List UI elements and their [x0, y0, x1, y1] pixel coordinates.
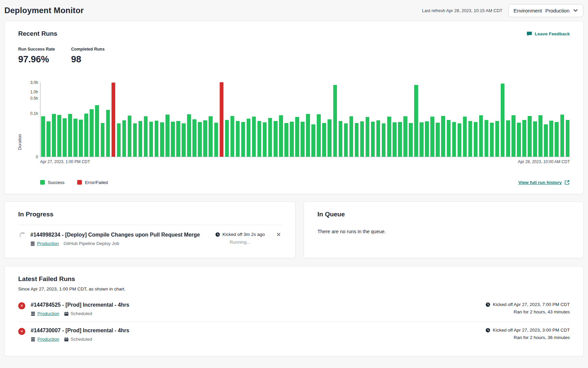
run-bar-success[interactable]	[284, 123, 288, 157]
run-bar-success[interactable]	[268, 118, 272, 157]
run-bar-success[interactable]	[430, 117, 434, 157]
run-bar-success[interactable]	[349, 116, 353, 157]
run-bar-success[interactable]	[452, 122, 456, 157]
run-bar-success[interactable]	[328, 119, 332, 157]
run-bar-success[interactable]	[317, 114, 321, 157]
run-bar-success[interactable]	[295, 117, 299, 157]
run-bar-failed[interactable]	[112, 83, 116, 157]
run-bar-success[interactable]	[290, 122, 294, 157]
run-bar-success[interactable]	[371, 122, 375, 157]
run-bar-success[interactable]	[506, 120, 510, 157]
run-bar-success[interactable]	[566, 120, 570, 157]
run-bar-success[interactable]	[73, 119, 78, 157]
run-bar-success[interactable]	[544, 124, 548, 157]
run-bar-success[interactable]	[192, 119, 196, 157]
run-bar-success[interactable]	[257, 121, 261, 157]
run-bar-success[interactable]	[214, 123, 218, 157]
run-bar-success[interactable]	[528, 116, 532, 157]
run-bar-success[interactable]	[79, 120, 83, 157]
run-bar-success[interactable]	[57, 115, 61, 157]
run-bar-success[interactable]	[403, 116, 407, 157]
run-bar-success[interactable]	[138, 121, 143, 157]
run-bar-success[interactable]	[355, 123, 359, 157]
run-bar-success[interactable]	[225, 120, 229, 157]
run-bar-success[interactable]	[366, 117, 370, 157]
run-bar-success[interactable]	[198, 122, 202, 157]
run-bar-success[interactable]	[420, 122, 424, 157]
environment-link[interactable]: Production	[37, 311, 59, 316]
run-bar-success[interactable]	[301, 122, 305, 157]
run-bar-success[interactable]	[279, 115, 283, 157]
run-bar-success[interactable]	[274, 121, 278, 157]
run-bar-success[interactable]	[241, 122, 245, 157]
run-bar-success[interactable]	[474, 122, 478, 157]
run-bar-success[interactable]	[447, 120, 451, 157]
run-bar-success[interactable]	[533, 121, 537, 157]
run-bar-success[interactable]	[236, 121, 240, 157]
run-bar-success[interactable]	[263, 122, 267, 157]
run-bar-success[interactable]	[171, 122, 175, 157]
leave-feedback-link[interactable]: Leave Feedback	[527, 31, 570, 36]
run-bar-success[interactable]	[90, 109, 94, 157]
run-bar-success[interactable]	[68, 114, 72, 157]
run-bar-success[interactable]	[382, 123, 386, 157]
run-bar-success[interactable]	[393, 122, 397, 157]
run-bar-success[interactable]	[414, 85, 418, 157]
run-bar-success[interactable]	[436, 123, 440, 157]
run-bar-success[interactable]	[311, 124, 315, 157]
run-bar-success[interactable]	[149, 122, 153, 157]
run-bar-success[interactable]	[128, 116, 132, 157]
run-bar-success[interactable]	[182, 123, 186, 157]
run-bar-success[interactable]	[517, 123, 521, 157]
run-bar-success[interactable]	[133, 123, 137, 157]
run-bar-success[interactable]	[306, 114, 310, 157]
run-bar-success[interactable]	[117, 123, 121, 157]
run-bar-success[interactable]	[409, 123, 413, 157]
run-bar-success[interactable]	[441, 116, 445, 157]
run-bar-success[interactable]	[160, 122, 164, 157]
run-bar-success[interactable]	[144, 116, 148, 157]
view-full-run-history-link[interactable]: View full run history	[518, 180, 570, 185]
run-bar-success[interactable]	[458, 123, 462, 157]
run-bar-success[interactable]	[360, 121, 364, 157]
run-bar-success[interactable]	[203, 120, 207, 157]
run-bar-success[interactable]	[479, 115, 483, 157]
run-bar-success[interactable]	[322, 123, 326, 157]
run-bar-success[interactable]	[230, 116, 235, 157]
run-bar-success[interactable]	[101, 123, 105, 157]
run-bar-success[interactable]	[468, 121, 472, 157]
run-bar-success[interactable]	[52, 114, 56, 157]
run-bar-success[interactable]	[252, 117, 256, 157]
run-bar-success[interactable]	[376, 120, 380, 157]
run-bar-success[interactable]	[501, 84, 505, 157]
run-bar-success[interactable]	[209, 116, 213, 157]
run-bar-success[interactable]	[555, 122, 559, 157]
run-bar-success[interactable]	[95, 105, 99, 157]
run-bar-success[interactable]	[425, 121, 429, 157]
run-bar-success[interactable]	[344, 123, 348, 157]
cancel-run-button[interactable]: ✕	[276, 232, 282, 238]
run-bar-failed[interactable]	[220, 82, 224, 157]
run-bar-success[interactable]	[398, 122, 402, 157]
environment-dropdown[interactable]: Environment Production	[508, 4, 583, 17]
run-bar-success[interactable]	[106, 110, 110, 157]
run-bar-success[interactable]	[512, 115, 516, 157]
run-bar-success[interactable]	[165, 115, 169, 157]
run-bar-success[interactable]	[538, 115, 543, 157]
run-bar-success[interactable]	[495, 121, 499, 157]
run-bar-success[interactable]	[84, 114, 88, 157]
run-bar-success[interactable]	[247, 119, 251, 157]
run-bar-success[interactable]	[176, 121, 180, 157]
run-bar-success[interactable]	[560, 115, 564, 157]
run-bar-success[interactable]	[339, 121, 343, 157]
run-bar-success[interactable]	[41, 116, 45, 157]
run-bar-success[interactable]	[187, 114, 191, 157]
run-bar-success[interactable]	[490, 123, 494, 157]
run-bar-success[interactable]	[155, 121, 159, 157]
run-bar-success[interactable]	[47, 121, 51, 157]
environment-link[interactable]: Production	[37, 241, 59, 246]
run-bar-success[interactable]	[549, 121, 553, 157]
run-bar-success[interactable]	[63, 118, 67, 157]
run-bar-success[interactable]	[333, 85, 337, 157]
run-bar-success[interactable]	[463, 117, 467, 157]
